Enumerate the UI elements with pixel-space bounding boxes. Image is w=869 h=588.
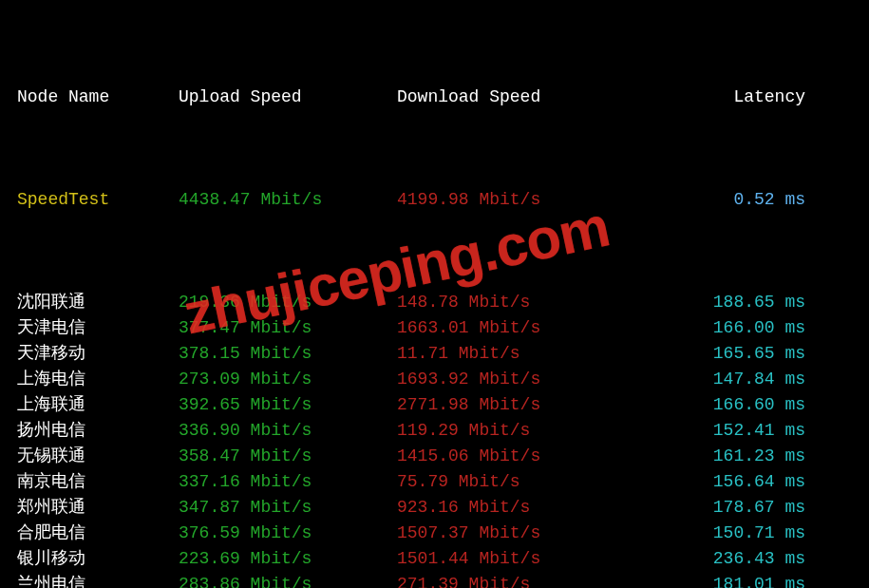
header-latency: Latency xyxy=(615,85,824,110)
node-name: 南京电信 xyxy=(17,469,179,495)
latency-value: 161.23 ms xyxy=(615,444,824,469)
terminal-output: Node Name Upload Speed Download Speed La… xyxy=(0,0,869,588)
speedtest-row: SpeedTest 4438.47 Mbit/s 4199.98 Mbit/s … xyxy=(17,187,852,213)
download-speed: 923.16 Mbit/s xyxy=(397,495,615,521)
latency-value: 178.67 ms xyxy=(615,495,824,521)
node-name: 兰州电信 xyxy=(17,572,179,588)
upload-speed: 283.86 Mbit/s xyxy=(179,572,397,588)
table-row: 南京电信337.16 Mbit/s75.79 Mbit/s156.64 ms xyxy=(17,469,852,495)
upload-speed: 219.36 Mbit/s xyxy=(179,290,397,315)
download-speed: 148.78 Mbit/s xyxy=(397,290,615,315)
header-node: Node Name xyxy=(17,85,179,110)
node-name: 郑州联通 xyxy=(17,495,179,521)
download-speed: 271.39 Mbit/s xyxy=(397,572,615,588)
node-name: 无锡联通 xyxy=(17,444,179,469)
latency-value: 188.65 ms xyxy=(615,290,824,315)
speedtest-node: SpeedTest xyxy=(17,187,179,213)
table-row: 合肥电信376.59 Mbit/s1507.37 Mbit/s150.71 ms xyxy=(17,521,852,546)
download-speed: 1663.01 Mbit/s xyxy=(397,315,615,341)
download-speed: 1501.44 Mbit/s xyxy=(397,546,615,572)
latency-value: 156.64 ms xyxy=(615,469,824,495)
results-table: 沈阳联通219.36 Mbit/s148.78 Mbit/s188.65 ms天… xyxy=(17,290,852,588)
download-speed: 75.79 Mbit/s xyxy=(397,469,615,495)
latency-value: 166.00 ms xyxy=(615,315,824,341)
speedtest-upload: 4438.47 Mbit/s xyxy=(179,187,397,213)
table-row: 天津电信377.47 Mbit/s1663.01 Mbit/s166.00 ms xyxy=(17,315,852,341)
table-row: 天津移动378.15 Mbit/s11.71 Mbit/s165.65 ms xyxy=(17,341,852,367)
table-row: 上海联通392.65 Mbit/s2771.98 Mbit/s166.60 ms xyxy=(17,392,852,418)
upload-speed: 336.90 Mbit/s xyxy=(179,418,397,444)
node-name: 天津移动 xyxy=(17,341,179,367)
download-speed: 1693.92 Mbit/s xyxy=(397,367,615,392)
upload-speed: 337.16 Mbit/s xyxy=(179,469,397,495)
latency-value: 166.60 ms xyxy=(615,392,824,418)
upload-speed: 347.87 Mbit/s xyxy=(179,495,397,521)
upload-speed: 223.69 Mbit/s xyxy=(179,546,397,572)
table-row: 沈阳联通219.36 Mbit/s148.78 Mbit/s188.65 ms xyxy=(17,290,852,315)
node-name: 扬州电信 xyxy=(17,418,179,444)
upload-speed: 377.47 Mbit/s xyxy=(179,315,397,341)
table-row: 上海电信273.09 Mbit/s1693.92 Mbit/s147.84 ms xyxy=(17,367,852,392)
header-upload: Upload Speed xyxy=(179,85,397,110)
download-speed: 2771.98 Mbit/s xyxy=(397,392,615,418)
speedtest-latency: 0.52 ms xyxy=(615,187,824,213)
download-speed: 1507.37 Mbit/s xyxy=(397,521,615,546)
table-row: 银川移动223.69 Mbit/s1501.44 Mbit/s236.43 ms xyxy=(17,546,852,572)
download-speed: 11.71 Mbit/s xyxy=(397,341,615,367)
latency-value: 152.41 ms xyxy=(615,418,824,444)
header-download: Download Speed xyxy=(397,85,615,110)
node-name: 沈阳联通 xyxy=(17,290,179,315)
table-row: 无锡联通358.47 Mbit/s1415.06 Mbit/s161.23 ms xyxy=(17,444,852,469)
table-row: 兰州电信283.86 Mbit/s271.39 Mbit/s181.01 ms xyxy=(17,572,852,588)
node-name: 银川移动 xyxy=(17,546,179,572)
download-speed: 119.29 Mbit/s xyxy=(397,418,615,444)
latency-value: 181.01 ms xyxy=(615,572,824,588)
download-speed: 1415.06 Mbit/s xyxy=(397,444,615,469)
upload-speed: 376.59 Mbit/s xyxy=(179,521,397,546)
latency-value: 147.84 ms xyxy=(615,367,824,392)
latency-value: 150.71 ms xyxy=(615,521,824,546)
speedtest-download: 4199.98 Mbit/s xyxy=(397,187,615,213)
node-name: 上海联通 xyxy=(17,392,179,418)
upload-speed: 358.47 Mbit/s xyxy=(179,444,397,469)
latency-value: 236.43 ms xyxy=(615,546,824,572)
table-row: 郑州联通347.87 Mbit/s923.16 Mbit/s178.67 ms xyxy=(17,495,852,521)
latency-value: 165.65 ms xyxy=(615,341,824,367)
header-row: Node Name Upload Speed Download Speed La… xyxy=(17,85,852,110)
upload-speed: 378.15 Mbit/s xyxy=(179,341,397,367)
table-row: 扬州电信336.90 Mbit/s119.29 Mbit/s152.41 ms xyxy=(17,418,852,444)
node-name: 合肥电信 xyxy=(17,521,179,546)
upload-speed: 273.09 Mbit/s xyxy=(179,367,397,392)
node-name: 上海电信 xyxy=(17,367,179,392)
upload-speed: 392.65 Mbit/s xyxy=(179,392,397,418)
node-name: 天津电信 xyxy=(17,315,179,341)
